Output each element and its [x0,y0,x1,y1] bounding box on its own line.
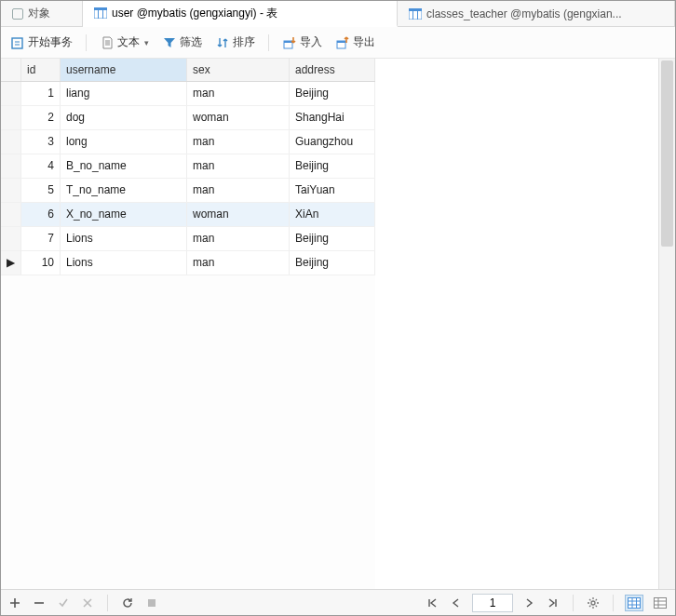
cell-username[interactable]: long [61,129,187,154]
status-sep [613,595,614,611]
col-address-header[interactable]: address [290,59,375,81]
svg-rect-15 [629,597,641,608]
cell-id[interactable]: 1 [21,81,61,105]
page-input[interactable] [472,594,513,612]
begin-tx-label: 开始事务 [28,34,73,50]
filter-button[interactable]: 筛选 [158,33,206,52]
tab-user-table[interactable]: user @mybatis (gengxiangyi) - 表 [83,1,398,27]
sort-icon [215,35,230,50]
cell-id[interactable]: 5 [21,178,61,202]
cell-username[interactable]: X_no_name [61,202,187,226]
status-sep [573,595,574,611]
grid-wrap: id username sex address 1liangmanBeijing… [1,59,375,589]
table-row[interactable]: ▶10LionsmanBeijing [1,250,375,275]
cell-address[interactable]: Beijing [290,154,375,178]
cell-id[interactable]: 4 [21,154,61,178]
data-grid[interactable]: id username sex address 1liangmanBeijing… [1,59,375,275]
import-icon [282,35,297,50]
header-row: id username sex address [1,59,375,81]
row-marker [1,154,21,178]
text-button[interactable]: 文本 ▾ [96,33,153,52]
cell-address[interactable]: Beijing [290,81,375,105]
cell-address[interactable]: Guangzhou [290,129,375,154]
svg-rect-13 [148,599,155,607]
cell-id[interactable]: 7 [21,226,61,250]
form-view-button[interactable] [651,595,669,611]
tab-objects-label: 对象 [28,6,50,21]
row-marker [1,226,21,250]
table-row[interactable]: 5T_no_namemanTaiYuan [1,178,375,202]
row-marker-header[interactable] [1,59,21,81]
cell-address[interactable]: Beijing [290,250,375,275]
objects-icon [12,8,23,20]
filter-label: 筛选 [180,34,202,50]
row-marker [1,202,21,226]
commit-button[interactable] [55,595,72,611]
table-row[interactable]: 4B_no_namemanBeijing [1,154,375,178]
cell-id[interactable]: 6 [21,202,61,226]
cell-address[interactable]: Beijing [290,226,375,250]
blank-area [375,59,658,589]
cell-sex[interactable]: man [187,178,290,202]
transaction-icon [10,35,25,50]
delete-row-button[interactable] [31,595,47,611]
cell-username[interactable]: B_no_name [61,154,187,178]
col-username-header[interactable]: username [61,59,187,81]
cell-username[interactable]: dog [61,105,187,129]
cell-sex[interactable]: man [187,250,290,275]
svg-point-14 [591,601,595,605]
export-button[interactable]: 导出 [331,33,379,52]
cancel-button[interactable] [79,595,96,611]
table-row[interactable]: 3longmanGuangzhou [1,129,375,154]
cell-sex[interactable]: man [187,226,290,250]
cell-sex[interactable]: man [187,154,290,178]
cell-username[interactable]: Lions [61,226,187,250]
table-row[interactable]: 7LionsmanBeijing [1,226,375,250]
cell-id[interactable]: 2 [21,105,61,129]
cell-address[interactable]: ShangHai [290,105,375,129]
stop-button[interactable] [143,595,160,611]
last-page-button[interactable] [545,595,561,611]
cell-address[interactable]: TaiYuan [290,178,375,202]
cell-sex[interactable]: man [187,129,290,154]
settings-button[interactable] [585,595,602,611]
refresh-button[interactable] [119,595,136,611]
export-label: 导出 [353,34,375,50]
grid-view-button[interactable] [625,595,643,611]
prev-page-button[interactable] [448,595,465,611]
cell-username[interactable]: Lions [61,250,187,275]
toolbar-separator [268,34,269,51]
begin-transaction-button[interactable]: 开始事务 [7,33,76,52]
add-row-button[interactable] [7,595,23,611]
cell-id[interactable]: 10 [21,250,61,275]
table-row[interactable]: 6X_no_namewomanXiAn [1,202,375,226]
next-page-button[interactable] [521,595,537,611]
table-icon [94,7,107,19]
first-page-button[interactable] [424,595,440,611]
cell-sex[interactable]: woman [187,105,290,129]
export-icon [335,35,350,50]
svg-rect-16 [655,597,667,608]
cell-sex[interactable]: woman [187,202,290,226]
table-row[interactable]: 2dogwomanShangHai [1,105,375,129]
sort-button[interactable]: 排序 [211,33,259,52]
svg-rect-5 [409,8,422,11]
cell-username[interactable]: T_no_name [61,178,187,202]
import-label: 导入 [300,34,322,50]
col-sex-header[interactable]: sex [187,59,290,81]
vertical-scrollbar[interactable] [658,59,675,589]
cell-sex[interactable]: man [187,81,290,105]
tab-bar: 对象 user @mybatis (gengxiangyi) - 表 class… [1,1,675,27]
cell-id[interactable]: 3 [21,129,61,154]
text-icon [100,35,115,50]
table-row[interactable]: 1liangmanBeijing [1,81,375,105]
cell-username[interactable]: liang [61,81,187,105]
svg-rect-8 [12,38,22,48]
col-id-header[interactable]: id [21,59,61,81]
row-marker [1,178,21,202]
import-button[interactable]: 导入 [278,33,326,52]
cell-address[interactable]: XiAn [290,202,375,226]
tab-objects[interactable]: 对象 [1,1,83,26]
row-marker [1,105,21,129]
tab-classes-teacher[interactable]: classes_teacher @mybatis (gengxian... [398,1,675,26]
